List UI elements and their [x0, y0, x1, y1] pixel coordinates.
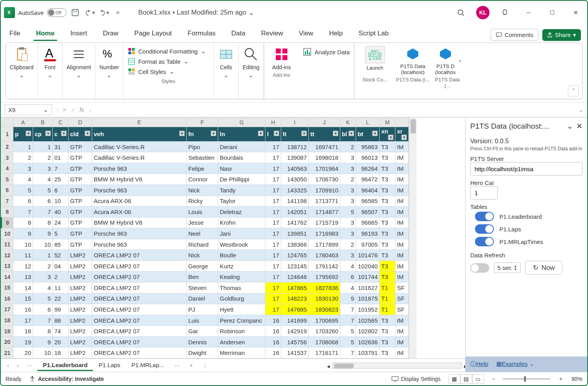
cell[interactable]: 5 [33, 293, 53, 304]
cell[interactable]: Acura ARX-06 [92, 196, 187, 207]
filter-icon[interactable]: ▾ [372, 131, 378, 136]
cell[interactable]: Goldburg [218, 293, 265, 304]
filter-icon[interactable]: ▾ [388, 135, 393, 140]
cell[interactable]: 141699 [281, 315, 309, 326]
cell[interactable]: 4 [340, 283, 356, 294]
cell[interactable]: 96404 [356, 185, 380, 196]
share-button[interactable]: Share ▾ [542, 29, 581, 41]
addins-button[interactable]: Add-ins [266, 46, 297, 70]
filter-icon[interactable]: ▾ [179, 131, 185, 136]
font-button[interactable]: A Font⌄ [42, 46, 58, 78]
cell[interactable]: 17 [265, 250, 281, 261]
cell[interactable]: 17 [265, 283, 281, 294]
cell[interactable]: IM [395, 174, 409, 185]
cell[interactable]: 5 [340, 336, 356, 347]
cell[interactable]: 1700695 [309, 315, 340, 326]
cell[interactable]: IM [395, 347, 409, 358]
tab-formulas[interactable]: Formulas [185, 27, 218, 41]
cell[interactable]: GTP [69, 185, 92, 196]
table-header[interactable]: cld▾ [69, 127, 92, 141]
cell[interactable]: ORECA LMP2 07 [92, 260, 187, 271]
cell[interactable]: Hyett [218, 304, 265, 315]
filter-icon[interactable]: ▾ [274, 131, 279, 136]
vertical-scrollbar[interactable] [409, 118, 417, 358]
cell[interactable]: Boulle [218, 250, 265, 261]
cell[interactable]: GTP [69, 239, 92, 250]
cell[interactable]: 95863 [356, 141, 380, 152]
cell[interactable]: Taylor [218, 196, 265, 207]
zoom-out-button[interactable]: − [492, 376, 495, 382]
cell[interactable]: 20 [53, 336, 69, 347]
conditional-formatting-button[interactable]: Conditional Formatting ⌄ [128, 46, 209, 56]
cell[interactable]: 96013 [356, 152, 380, 163]
cell[interactable]: 9 [33, 336, 53, 347]
cell[interactable]: 18 [13, 326, 33, 337]
cell[interactable]: 3 [340, 250, 356, 261]
cell[interactable]: 3 [33, 271, 53, 283]
format-as-table-button[interactable]: Format as Table ⌄ [128, 56, 209, 66]
p1ts-data-tile-1[interactable]: P1TS Data (localhost) [394, 46, 432, 75]
cell[interactable]: LMP2 [69, 326, 92, 337]
redo-button[interactable]: ▾ [98, 7, 109, 18]
cell[interactable]: Cadillac V-Series.R [92, 141, 187, 152]
cell[interactable]: Porsche 963 [92, 228, 187, 239]
maximize-button[interactable]: ☐ [544, 6, 560, 20]
cell[interactable]: 1 [13, 141, 33, 152]
cell[interactable]: 1703260 [309, 326, 340, 337]
cell[interactable]: Porsche 963 [92, 185, 187, 196]
cell[interactable]: 6 [340, 271, 356, 283]
cell[interactable]: Luis [187, 315, 218, 326]
filter-icon[interactable]: ▾ [349, 131, 354, 136]
cell[interactable]: 17 [265, 228, 281, 239]
cell[interactable]: IM [395, 207, 409, 218]
cell[interactable]: Bourdais [218, 152, 265, 163]
cell[interactable]: 16 [265, 315, 281, 326]
stock-connector-tile[interactable]: MSFT$ 47.24▲ 0.26% Launch [356, 46, 394, 75]
cell[interactable]: 124765 [281, 250, 309, 261]
sheet-tab[interactable]: P1.Leaderboard [37, 360, 93, 371]
cell[interactable]: 13 [13, 271, 33, 283]
tab-help[interactable]: Help [326, 27, 345, 41]
cell[interactable]: 5 [33, 185, 53, 196]
cell[interactable]: SF [395, 293, 409, 304]
filter-icon[interactable]: ▾ [45, 131, 51, 136]
cell[interactable]: 8 [13, 217, 33, 228]
number-button[interactable]: % Number⌄ [99, 46, 119, 78]
cell[interactable]: 3 [33, 163, 53, 174]
name-box[interactable]: X9⌄ [5, 104, 52, 115]
cell[interactable]: IM [395, 326, 409, 337]
cell[interactable]: 1795692 [309, 271, 340, 283]
cell[interactable]: 9 [13, 228, 33, 239]
editing-button[interactable]: Editing⌄ [243, 46, 260, 78]
cell[interactable]: GTP [69, 141, 92, 152]
autosave-toggle[interactable]: AutoSave Off [18, 8, 67, 17]
cell[interactable]: GTP [69, 228, 92, 239]
cell[interactable]: SF [395, 304, 409, 315]
cell[interactable]: 40 [53, 207, 69, 218]
cell[interactable]: 7 [340, 315, 356, 326]
cell[interactable]: 17 [265, 196, 281, 207]
cell[interactable]: Perez Companc [218, 315, 265, 326]
cell[interactable]: T1 [380, 283, 395, 294]
cell[interactable]: Kurtz [218, 260, 265, 271]
table-toggle[interactable] [475, 237, 494, 246]
cell[interactable]: 1830823 [309, 304, 340, 315]
table-header[interactable]: p▾ [13, 127, 33, 141]
close-pane-icon[interactable]: ✕ [576, 122, 582, 131]
cell[interactable]: Dennis [187, 336, 218, 347]
page-break-view-icon[interactable]: ▭ [472, 374, 484, 384]
cell[interactable]: 4 [340, 260, 356, 271]
filter-icon[interactable]: ▾ [26, 131, 31, 136]
cell[interactable]: 3 [13, 163, 33, 174]
table-header[interactable]: lt▾ [281, 127, 309, 141]
chevron-down-icon[interactable]: ⌄ [567, 122, 573, 131]
table-header[interactable]: c▾ [53, 127, 69, 141]
cell[interactable]: IM [395, 185, 409, 196]
table-header[interactable]: fn▾ [187, 127, 218, 141]
cell[interactable]: 7 [340, 347, 356, 358]
cell[interactable]: 1714877 [309, 207, 340, 218]
cell[interactable]: 1713771 [309, 196, 340, 207]
examples-link[interactable]: ▦Examples ⌄ [496, 360, 534, 368]
cell[interactable]: T3 [380, 163, 395, 174]
cell[interactable]: 141537 [281, 347, 309, 358]
